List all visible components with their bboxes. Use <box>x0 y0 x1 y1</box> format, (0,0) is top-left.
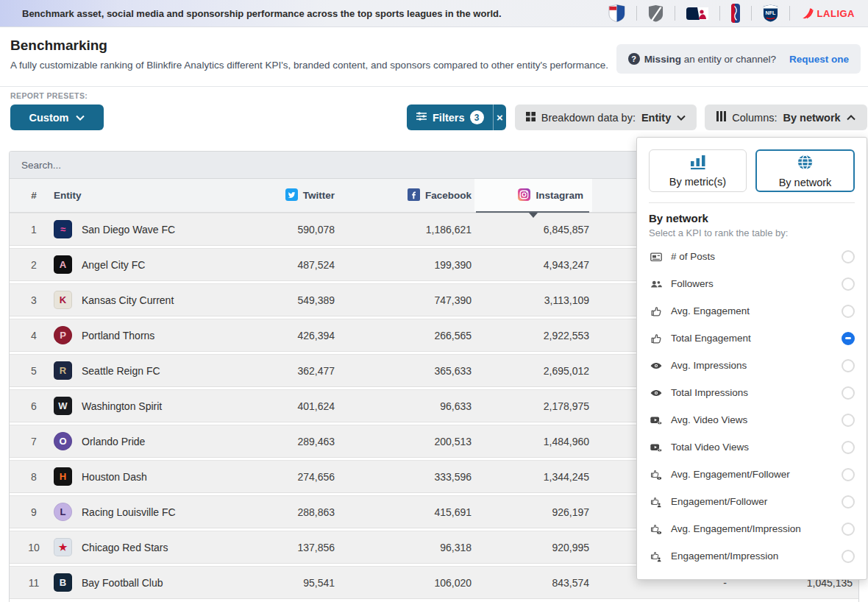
kpi-radio[interactable] <box>842 468 855 481</box>
eye-icon <box>649 359 664 372</box>
help-text: Missing an entity or channel? <box>644 54 776 65</box>
kpi-radio[interactable] <box>842 441 855 454</box>
twitter-value: 362,477 <box>271 365 338 377</box>
entity-column-header[interactable]: Entity <box>54 179 271 212</box>
instagram-value: 1,344,245 <box>474 471 592 483</box>
kpi-option-total-video-views[interactable]: Total Video Views <box>637 433 867 461</box>
kpi-label: Avg. Engagement/Impression <box>671 523 801 534</box>
row-rank: 2 <box>21 259 54 271</box>
instagram-value: 2,922,553 <box>474 330 592 341</box>
breakdown-prefix: Breakdown data by: <box>541 112 636 124</box>
by-metrics-toggle[interactable]: By metric(s) <box>649 149 747 192</box>
kpi-option-engagement-follower[interactable]: Engagement/Follower <box>637 488 867 515</box>
kpi-option-avg-engagement-follower[interactable]: Avg. Engagement/Follower <box>637 461 867 488</box>
by-network-toggle[interactable]: By network <box>755 149 855 192</box>
entity-cell: WWashington Spirit <box>54 397 271 415</box>
instagram-column-header[interactable]: Instagram <box>474 179 592 212</box>
instagram-value: 2,695,012 <box>474 365 592 377</box>
entity-name: Angel City FC <box>82 259 145 271</box>
kpi-radio[interactable] <box>842 495 855 509</box>
entity-cell: ≈San Diego Wave FC <box>54 220 271 238</box>
sliders-icon <box>416 111 427 124</box>
thumb-eye-icon <box>649 523 664 536</box>
kpi-radio[interactable] <box>842 359 855 372</box>
kpi-label: Avg. Video Views <box>671 414 747 425</box>
kpi-radio[interactable] <box>842 523 855 536</box>
kpi-option-avg-video-views[interactable]: Avg. Video Views <box>637 406 867 433</box>
instagram-value: 926,197 <box>474 506 592 518</box>
mlb-logo-icon[interactable] <box>686 7 708 20</box>
kpi-label: # of Posts <box>671 251 715 262</box>
facebook-value: 365,633 <box>338 365 474 377</box>
kpi-radio[interactable] <box>842 250 855 263</box>
row-rank: 11 <box>21 577 54 589</box>
panel-heading: By network <box>649 212 855 224</box>
kpi-radio[interactable] <box>842 550 855 563</box>
filters-button[interactable]: Filters 3 × <box>407 105 506 130</box>
kpi-option-avg-impressions[interactable]: Avg. Impressions <box>637 352 867 379</box>
twitter-value: 487,524 <box>271 259 338 271</box>
banner-text: Benchmark asset, social media and sponso… <box>22 8 502 19</box>
kpi-option-avg-engagement[interactable]: Avg. Engagement <box>637 297 867 325</box>
kpi-radio[interactable] <box>842 386 855 400</box>
laliga-logo-icon[interactable]: LALIGA <box>801 7 855 20</box>
row-rank: 3 <box>21 294 54 306</box>
kpi-option-followers[interactable]: Followers <box>637 270 867 297</box>
followers-icon <box>649 277 664 291</box>
kpi-label: Avg. Impressions <box>671 360 747 371</box>
columns-prefix: Columns: <box>732 112 777 124</box>
twitter-column-header[interactable]: Twitter <box>271 179 338 212</box>
breakdown-dropdown-button[interactable]: Breakdown data by: Entity <box>515 105 697 130</box>
kpi-label: Total Video Views <box>671 442 749 453</box>
missing-entity-help: ? Missing an entity or channel? Request … <box>616 44 861 74</box>
facebook-value: 96,318 <box>338 542 474 553</box>
entity-name: Portland Thorns <box>82 330 154 341</box>
kpi-radio[interactable] <box>842 305 855 318</box>
kpi-option-avg-engagement-impression[interactable]: Avg. Engagement/Impression <box>637 515 867 542</box>
twitter-header-label: Twitter <box>303 190 335 201</box>
preset-dropdown-button[interactable]: Custom <box>10 105 104 130</box>
twitter-value: 590,078 <box>271 224 338 236</box>
entity-name: Racing Louisville FC <box>82 506 176 518</box>
bar-chart-icon <box>689 154 708 172</box>
kpi-option-total-engagement[interactable]: Total Engagement <box>637 325 867 352</box>
kpi-label: Total Impressions <box>671 387 748 398</box>
kpi-radio[interactable] <box>842 414 855 427</box>
video-views-icon <box>649 441 664 454</box>
kpi-radio[interactable] <box>842 332 855 345</box>
row-rank: 1 <box>21 224 54 236</box>
kpi-radio[interactable] <box>842 277 855 291</box>
nfl-logo-icon[interactable]: NFL <box>763 4 778 23</box>
filters-main[interactable]: Filters 3 <box>407 105 493 130</box>
thumbs-up-icon <box>649 332 664 345</box>
twitter-value: 289,463 <box>271 436 338 447</box>
sort-descending-icon <box>529 213 538 218</box>
columns-dropdown-button[interactable]: Columns: By network <box>705 105 867 130</box>
thumb-eye-icon <box>649 468 664 481</box>
twitter-value: 426,394 <box>271 330 338 341</box>
instagram-value: 843,574 <box>474 577 592 589</box>
clear-filters-button[interactable]: × <box>493 105 506 130</box>
facebook-value: 199,390 <box>338 259 474 271</box>
nhl-logo-icon[interactable] <box>648 4 664 23</box>
kpi-option-posts[interactable]: # of Posts <box>637 243 867 270</box>
row-rank: 5 <box>21 365 54 377</box>
kpi-option-total-impressions[interactable]: Total Impressions <box>637 379 867 406</box>
entity-name: Chicago Red Stars <box>82 542 168 553</box>
top-banner: Benchmark asset, social media and sponso… <box>0 0 868 27</box>
nba-logo-icon[interactable] <box>731 4 740 23</box>
logo-separator <box>719 6 720 21</box>
columns-icon <box>716 111 726 124</box>
mls-logo-icon[interactable] <box>608 4 625 23</box>
kpi-label: Engagement/Impression <box>671 550 778 562</box>
facebook-column-header[interactable]: Facebook <box>338 179 474 212</box>
request-one-link[interactable]: Request one <box>789 54 849 65</box>
instagram-value: 1,484,960 <box>474 436 592 447</box>
question-mark-icon: ? <box>628 53 640 65</box>
facebook-value: 96,633 <box>338 400 474 412</box>
entity-name: Houston Dash <box>82 471 147 483</box>
globe-icon <box>797 154 814 173</box>
entity-name: Bay Football Club <box>82 577 163 589</box>
panel-subheading: Select a KPI to rank the table by: <box>649 227 855 238</box>
kpi-option-engagement-impression[interactable]: Engagement/Impression <box>637 542 867 570</box>
